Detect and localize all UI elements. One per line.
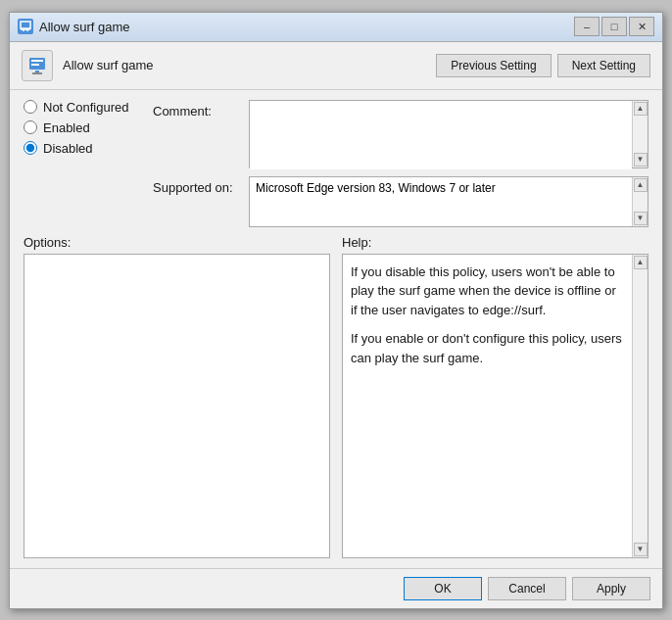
help-box-container: If you disable this policy, users won't …	[342, 254, 648, 558]
radio-enabled[interactable]: Enabled	[24, 120, 141, 135]
footer: OK Cancel Apply	[10, 568, 662, 608]
help-paragraph-2: If you enable or don't configure this po…	[351, 329, 624, 367]
dialog-window: Allow surf game – □ ✕ Allow surf game Pr…	[9, 12, 663, 609]
previous-setting-button[interactable]: Previous Setting	[436, 54, 551, 77]
maximize-button[interactable]: □	[601, 17, 627, 36]
help-panel: Help: If you disable this policy, users …	[342, 235, 648, 558]
content-area: Not Configured Enabled Disabled Comm	[10, 90, 662, 568]
help-paragraph-1: If you disable this policy, users won't …	[351, 262, 624, 320]
radio-disabled-input[interactable]	[24, 141, 37, 155]
bottom-section: Options: Help: If you disable this polic…	[24, 235, 648, 558]
comment-scroll-up[interactable]: ▲	[634, 102, 648, 116]
next-setting-button[interactable]: Next Setting	[557, 54, 650, 77]
help-scroll-up[interactable]: ▲	[634, 256, 648, 269]
radio-not-configured[interactable]: Not Configured	[24, 100, 141, 115]
close-button[interactable]: ✕	[629, 17, 654, 36]
svg-rect-8	[32, 72, 42, 74]
comment-scroll-down[interactable]: ▼	[634, 153, 648, 167]
supported-field-container: Microsoft Edge version 83, Windows 7 or …	[249, 176, 648, 227]
options-box	[24, 254, 330, 558]
svg-rect-6	[31, 64, 39, 66]
ok-button[interactable]: OK	[404, 577, 482, 600]
top-section: Not Configured Enabled Disabled Comm	[24, 100, 648, 227]
policy-icon	[22, 50, 53, 81]
supported-label: Supported on:	[153, 176, 241, 195]
comment-scrollbar[interactable]: ▲ ▼	[632, 101, 648, 167]
apply-button[interactable]: Apply	[572, 577, 650, 600]
supported-scroll-up[interactable]: ▲	[634, 178, 648, 192]
title-bar: Allow surf game – □ ✕	[10, 13, 662, 42]
header-bar: Allow surf game Previous Setting Next Se…	[10, 42, 662, 90]
supported-value: Microsoft Edge version 83, Windows 7 or …	[250, 177, 632, 226]
supported-row: Supported on: Microsoft Edge version 83,…	[153, 176, 648, 227]
minimize-button[interactable]: –	[574, 17, 600, 36]
supported-scrollbar[interactable]: ▲ ▼	[632, 177, 648, 226]
cancel-button[interactable]: Cancel	[488, 577, 566, 600]
comment-field-container: ▲ ▼	[249, 100, 648, 168]
comment-label: Comment:	[153, 100, 241, 119]
title-bar-left: Allow surf game	[18, 19, 129, 34]
svg-rect-0	[21, 22, 30, 28]
help-content: If you disable this policy, users won't …	[343, 255, 632, 557]
svg-rect-5	[31, 60, 43, 62]
help-scroll-down[interactable]: ▼	[634, 543, 648, 556]
radio-enabled-input[interactable]	[24, 120, 37, 134]
supported-scroll-down[interactable]: ▼	[634, 212, 648, 225]
radio-enabled-label: Enabled	[43, 120, 90, 135]
right-panel: Comment: ▲ ▼ Supported on: Microsoft Edg…	[153, 100, 648, 227]
header-buttons: Previous Setting Next Setting	[436, 54, 650, 77]
left-panel: Not Configured Enabled Disabled	[24, 100, 141, 227]
comment-textarea[interactable]	[250, 101, 632, 169]
window-icon	[18, 19, 33, 34]
comment-row: Comment: ▲ ▼	[153, 100, 648, 168]
radio-group: Not Configured Enabled Disabled	[24, 100, 141, 156]
title-bar-controls: – □ ✕	[574, 17, 654, 36]
help-label: Help:	[342, 235, 648, 250]
dialog-header-title: Allow surf game	[63, 58, 153, 72]
options-label: Options:	[24, 235, 330, 250]
window-title: Allow surf game	[39, 20, 129, 34]
radio-disabled[interactable]: Disabled	[24, 141, 141, 156]
radio-not-configured-input[interactable]	[24, 100, 37, 114]
radio-disabled-label: Disabled	[43, 141, 93, 156]
radio-not-configured-label: Not Configured	[43, 100, 128, 115]
help-scrollbar[interactable]: ▲ ▼	[632, 255, 648, 557]
options-panel: Options:	[24, 235, 330, 558]
